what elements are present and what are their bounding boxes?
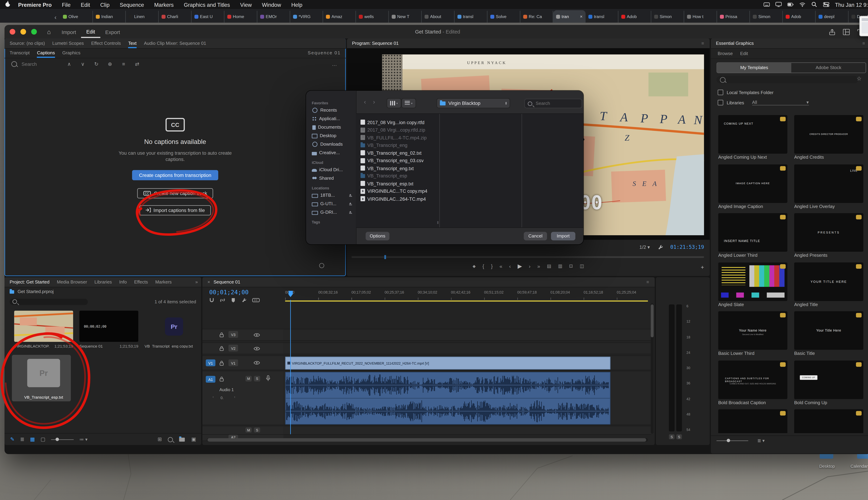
browser-tab[interactable]: Linen × [126,11,159,23]
eject-icon[interactable] [349,202,353,206]
sidebar-item[interactable]: Shared [306,174,356,182]
browser-tab[interactable]: Prissa × [717,11,750,23]
program-settings-icon[interactable] [658,244,663,250]
template-item[interactable]: COMING UP Bold Coming Up [794,357,863,407]
volume-inc-icon[interactable]: › [234,395,236,399]
menu-item[interactable]: Window [257,1,286,8]
lock-icon[interactable] [219,376,224,382]
browser-tab[interactable]: *VIRG × [290,11,323,23]
template-item[interactable]: COMING UP NEXT Angled Coming Up Next [718,112,787,161]
template-thumbnail[interactable]: COMING UP NEXT [718,115,787,154]
dialog-forward-icon[interactable]: › [373,98,375,105]
template-item[interactable] [718,407,787,433]
zoom-window-button[interactable] [31,29,37,35]
track-a2[interactable] [284,426,651,435]
sidebar-item[interactable]: iCloud Dri... [306,166,356,174]
list-view-icon[interactable]: ≣ [20,436,24,442]
track-v3[interactable] [284,329,651,341]
panel-tab[interactable]: Lumetri Scopes [52,38,84,48]
lock-icon[interactable] [219,346,224,351]
video-clip[interactable]: VIRGINBLACKTOP_FULLFILM_RECUT_2022_NOVEM… [285,356,610,370]
browser-tab[interactable]: Home × [224,11,257,23]
template-item[interactable]: CREDITS DIRECTOR PRODUCER Angled Credits [794,112,863,161]
menu-item[interactable]: Edit [76,1,95,8]
linked-selection-icon[interactable] [220,298,225,303]
icon-view-icon[interactable]: ▦ [30,436,35,442]
horizontal-scrollbar[interactable] [207,438,648,442]
template-item[interactable]: CAPTIONS AND SUBTITLES FOR BROADCAST COM… [718,357,787,407]
menu-item[interactable]: View [235,1,257,8]
browser-tab[interactable]: Adob × [618,11,651,23]
browser-tab[interactable]: Indian × [93,11,126,23]
menu-item[interactable]: File [57,1,76,8]
wifi-icon[interactable] [799,2,806,8]
my-templates-toggle[interactable]: My Templates [717,63,791,72]
app-menu-premiere[interactable]: Premiere Pro [13,1,57,8]
add-marker-icon[interactable] [231,298,236,303]
project-panel-tab[interactable]: Markers [156,277,172,287]
options-button[interactable]: Options [366,232,389,240]
eject-icon[interactable] [349,194,353,197]
sidebar-item[interactable]: G-DRI... [306,208,356,216]
column-resize-handle[interactable]: ‖ [437,220,439,225]
template-thumbnail[interactable] [718,409,787,433]
browser-tab[interactable]: Re: Ca × [520,11,553,23]
template-thumbnail[interactable]: YOUR TITLE HERE [794,262,863,301]
new-bin-icon[interactable] [179,437,185,441]
template-thumbnail[interactable]: CREDITS DIRECTOR PRODUCER [794,115,863,154]
project-panel-tab[interactable]: Effects [134,277,148,287]
folder-select[interactable]: Virgin Blacktop ▴▾ [436,98,510,108]
panel-tab[interactable]: Audio Clip Mixer: Sequence 01 [144,38,206,48]
browser-tab[interactable]: About × [422,11,454,23]
eject-icon[interactable] [349,211,353,214]
browser-tab[interactable]: EMOr × [257,11,290,23]
minimize-window-button[interactable] [21,29,26,35]
project-panel-tab[interactable]: Project: Get Started [10,277,49,287]
sort-icon[interactable]: ≔ ▾ [80,437,88,442]
sidebar-item[interactable]: Creative... [306,149,356,157]
file-row[interactable]: VB_Transcript_esp [358,172,441,180]
subtab[interactable]: Graphics [62,48,81,58]
add-caption-icon[interactable]: ⊕ [103,61,117,67]
solo-button[interactable]: S [254,428,260,432]
browser-tab[interactable]: Charli × [159,11,191,23]
browser-tab[interactable]: Simon × [651,11,684,23]
timeline-timecode[interactable]: 00;01;24;00 [209,288,249,295]
file-row[interactable]: VB_Transcript_esp.txt [358,180,441,187]
template-item[interactable]: IMAGE CAPTION HERE Angled Image Caption [718,161,787,210]
close-window-button[interactable] [10,29,15,35]
file-row[interactable]: VB_Transcript_eng_03.csv [358,157,441,164]
snap-icon[interactable] [209,298,214,303]
template-thumbnail[interactable]: Your Name Here Second Line Is Modified [718,311,787,350]
template-item[interactable]: Your Title Here Basic Title [794,308,863,357]
template-thumbnail[interactable]: PRESENTS [794,213,863,252]
browser-tab[interactable]: transl × [455,11,487,23]
file-row[interactable]: VB_FULLFIL...4-TC.mp4.zip [358,134,441,141]
solo-button[interactable]: S [254,376,260,382]
solo-right-button[interactable]: S [676,434,682,439]
button-editor-icon[interactable]: + [701,264,704,271]
pencil-icon[interactable]: ✎ [10,436,14,442]
column-view-button[interactable]: ▾ [387,98,401,108]
project-filter-box[interactable] [10,298,88,305]
work-area-bar[interactable] [285,300,648,302]
lock-icon[interactable] [219,361,224,366]
browser-tab[interactable]: Adob × [783,11,815,23]
workspace-tab-import[interactable]: Import [56,26,81,37]
sidebar-item[interactable]: 18TB... [306,191,356,200]
browser-tab[interactable]: tran × [553,10,585,23]
track-volume[interactable]: 0. [220,396,224,400]
browser-tab[interactable]: East U × [192,11,224,23]
eg-mode-tab[interactable]: Browse [718,48,733,58]
browser-tab[interactable]: deepl × [815,11,848,23]
display-icon[interactable] [776,2,782,8]
audio-track-name[interactable]: Audio 1 [219,387,234,392]
battery-icon[interactable] [787,2,793,8]
track-v2[interactable] [284,342,651,354]
step-back-icon[interactable]: ‹ [509,263,511,269]
menu-item[interactable]: Graphics and Titles [179,1,235,8]
step-forward-icon[interactable]: › [529,263,530,269]
project-item-txt-eng[interactable]: Pr VB_Transcript_eng copy.txt [145,310,201,354]
source-patch-a1[interactable]: A1 [206,376,215,383]
template-item[interactable]: PRESENTS Angled Presents [794,210,863,259]
